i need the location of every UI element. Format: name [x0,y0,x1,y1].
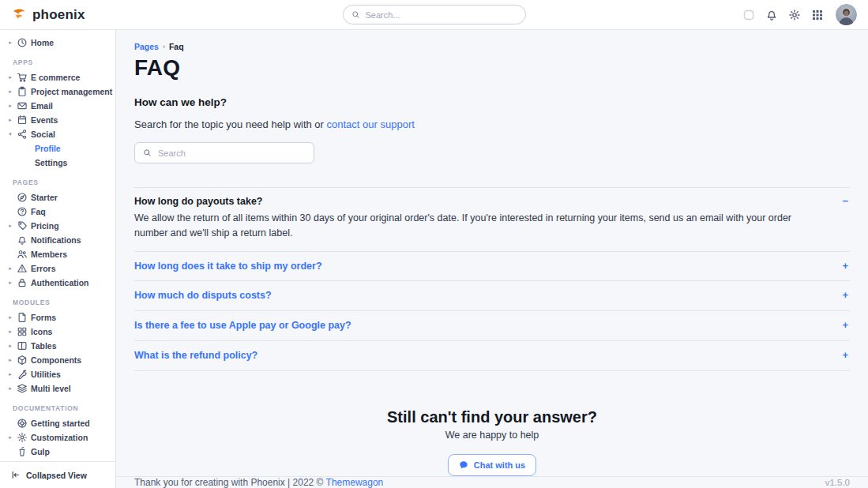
sidebar-item-customization[interactable]: ▸Customization [0,430,115,445]
faq-search[interactable] [134,142,314,163]
sidebar-item-label: E commerce [31,73,80,82]
footer: Thank you for creating with Phoenix | 20… [116,476,868,488]
faq-question-how-long-do-payouts-take[interactable]: How long do payouts take?− [134,194,850,209]
apps-grid-icon[interactable] [811,9,824,21]
share-icon [17,129,28,140]
sidebar-item-multi-level[interactable]: ▸Multi level [0,381,115,396]
breadcrumb-separator: › [163,43,165,51]
sidebar-item-label: Gulp [31,447,50,456]
chat-button-label: Chat with us [474,460,525,470]
sidebar-item-home[interactable]: ▸Home [0,36,115,50]
sidebar-item-getting-started[interactable]: Getting started [0,416,115,430]
sidebar-subitem-profile[interactable]: Profile [0,141,115,156]
theme-toggle[interactable] [742,9,755,21]
collapse-minus-icon[interactable]: − [842,194,850,208]
chevron-right-icon: ▸ [7,88,13,95]
sidebar-item-label: Icons [31,327,52,336]
gear-icon [17,432,28,443]
expand-plus-icon[interactable]: + [842,259,850,273]
sidebar-subitem-settings[interactable]: Settings [0,156,115,170]
sidebar-item-errors[interactable]: ▸Errors [0,261,115,276]
sidebar-item-members[interactable]: Members [0,247,115,261]
expand-plus-icon[interactable]: + [842,288,850,302]
global-search[interactable] [343,5,526,24]
sidebar-item-label: Components [31,355,81,365]
sidebar-item-label: Errors [31,264,56,273]
intro-heading: How can we help? [134,96,850,108]
sidebar-item-label: Social [31,130,55,139]
sidebar-item-events[interactable]: ▸Events [0,113,115,127]
faq-item: Is there a fee to use Apple pay or Googl… [134,310,850,340]
faq-question-how-long-does-it-take-to-ship-my-order[interactable]: How long does it take to ship my order?+ [134,259,850,274]
chevron-right-icon: ▸ [7,39,13,46]
faq-question-what-is-the-refund-policy[interactable]: What is the refund policy?+ [134,348,850,363]
sidebar-item-label: Multi level [31,384,71,393]
faq-item: How much do disputs costs?+ [134,280,850,310]
faq-question-is-there-a-fee-to-use-apple-pay-or-googl[interactable]: Is there a fee to use Apple pay or Googl… [134,318,850,333]
sidebar-item-notifications[interactable]: Notifications [0,233,115,247]
sidebar-item-components[interactable]: ▸Components [0,353,115,367]
sidebar-item-label: Events [31,115,58,125]
sidebar-item-project-management[interactable]: ▸Project management [0,84,115,99]
chevron-down-icon: ▾ [7,131,13,137]
main-content: Pages › Faq FAQ How can we help? Search … [116,30,868,488]
sidebar-item-social[interactable]: ▾Social [0,127,115,141]
sidebar-section-label-pages: PAGES [0,178,115,186]
clipboard-icon [17,86,28,97]
cta-title: Still can't find your answer? [134,408,850,426]
sidebar-item-label: Tables [31,341,56,351]
faq-question-text: What is the refund policy? [134,348,257,363]
sidebar-item-authentication[interactable]: ▸Authentication [0,276,115,290]
collapsed-view-toggle[interactable]: Collapsed View [0,461,115,488]
chevron-right-icon: ▸ [7,385,13,392]
chevron-right-icon: ▸ [7,103,13,109]
sidebar-item-forms[interactable]: ▸Forms [0,310,115,325]
sidebar-item-icons[interactable]: ▸Icons [0,325,115,339]
faq-question-text: Is there a fee to use Apple pay or Googl… [134,318,351,333]
sidebar-section-label-modules: MODULES [0,298,115,306]
grid-squares-icon [17,326,28,337]
notifications-bell-icon[interactable] [765,9,778,21]
phoenix-logo-icon [11,6,28,23]
sidebar-subitem-label: Profile [35,144,61,153]
faq-search-input[interactable] [158,148,306,158]
sidebar-item-starter[interactable]: Starter [0,190,115,205]
expand-plus-icon[interactable]: + [842,348,850,362]
sidebar-section-label-apps: APPS [0,58,115,66]
lifering-icon [17,418,28,429]
chat-with-us-button[interactable]: Chat with us [448,454,536,476]
sidebar-item-gulp[interactable]: Gulp [0,445,115,459]
sidebar-item-e-commerce[interactable]: ▸E commerce [0,70,115,84]
sidebar-item-label: Customization [31,433,88,442]
search-icon [351,10,360,19]
sidebar-item-tables[interactable]: ▸Tables [0,339,115,353]
expand-plus-icon[interactable]: + [842,318,850,332]
chevron-right-icon: ▸ [7,74,13,81]
tag-icon [17,220,28,231]
clock-icon [17,37,28,48]
chevron-right-icon: ▸ [7,343,13,349]
layers-icon [17,383,28,394]
sidebar-subitem-label: Settings [35,158,67,167]
sidebar-item-label: Forms [31,313,56,322]
sidebar-item-label: Notifications [31,235,81,245]
brand-logo[interactable]: phoenix [11,6,85,23]
wrench-icon [17,369,28,380]
gulp-icon [17,446,28,457]
contact-support-link[interactable]: contact our support [327,118,415,130]
sidebar-item-utilities[interactable]: ▸Utilities [0,367,115,381]
sidebar-item-email[interactable]: ▸Email [0,99,115,113]
themewagon-link[interactable]: Themewagon [326,477,384,488]
sidebar-item-faq[interactable]: Faq [0,205,115,219]
intro-text-body: Search for the topic you need help with … [134,118,327,130]
global-search-input[interactable] [366,10,517,20]
user-avatar[interactable] [836,4,857,25]
settings-gear-icon[interactable] [788,9,801,21]
bell-icon [17,235,28,246]
faq-question-how-much-do-disputs-costs[interactable]: How much do disputs costs?+ [134,288,850,303]
breadcrumb-pages-link[interactable]: Pages [134,42,159,51]
collapse-left-icon [10,470,21,480]
footer-text: Thank you for creating with Phoenix | 20… [134,477,326,488]
sidebar-item-pricing[interactable]: ▸Pricing [0,219,115,233]
sidebar-item-label: Utilities [31,370,61,379]
